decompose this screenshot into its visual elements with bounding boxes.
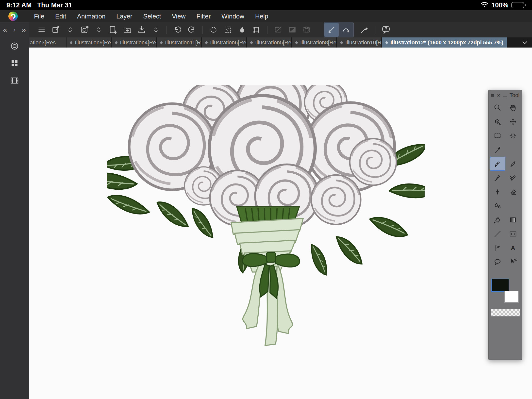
tab-dot-icon — [205, 41, 208, 44]
clip-studio-paint-app: 9:12 AM Thu Mar 31 100% File Edit Animat… — [0, 0, 532, 399]
date: Thu Mar 31 — [37, 1, 72, 9]
palette-menu-icon[interactable]: ≡ — [491, 93, 494, 98]
tool-eyedropper[interactable] — [490, 143, 505, 157]
tool-line-correction[interactable] — [505, 255, 521, 269]
menu-edit[interactable]: Edit — [50, 13, 72, 20]
menu-help[interactable]: Help — [250, 13, 274, 20]
document-tab[interactable]: Illustration6[Res — [202, 37, 246, 48]
snapshot-icon[interactable] — [221, 23, 235, 37]
menu-file[interactable]: File — [29, 13, 50, 20]
palette-close-icon[interactable]: × — [497, 93, 500, 98]
tool-palette: ≡ × Tool — [488, 90, 522, 360]
menu-window[interactable]: Window — [216, 13, 249, 20]
document-tab[interactable]: ation3[Res — [29, 37, 66, 48]
battery-icon — [511, 2, 526, 8]
document-tab[interactable]: Illustration4[Res — [112, 37, 156, 48]
tab-dot-icon — [115, 41, 117, 44]
menu-layer[interactable]: Layer — [111, 13, 138, 20]
timeline-icon[interactable] — [0, 72, 29, 89]
chevron-up-down-icon[interactable] — [92, 23, 106, 37]
main-menu-icon[interactable] — [34, 23, 49, 37]
tab-list-chevron-icon[interactable] — [518, 37, 532, 48]
tool-hand[interactable] — [505, 100, 521, 115]
tab-dot-icon — [295, 41, 298, 44]
grid-palette-icon[interactable] — [0, 55, 29, 72]
select-none-icon — [271, 23, 285, 37]
snap-ruler-icon[interactable] — [324, 23, 339, 37]
select-border-icon — [299, 23, 314, 37]
tab-dot-icon — [160, 41, 163, 44]
tool-text[interactable]: A — [505, 241, 521, 255]
menu-animation[interactable]: Animation — [72, 13, 111, 20]
open-in-editor-icon[interactable] — [49, 23, 63, 37]
tool-empty — [505, 199, 521, 213]
tool-airbrush[interactable] — [505, 171, 521, 185]
tool-fill[interactable] — [490, 213, 505, 227]
tab-dot-icon — [250, 41, 253, 44]
transform-icon[interactable] — [249, 23, 264, 37]
transparent-color-swatch[interactable] — [491, 309, 520, 316]
tool-gradient[interactable] — [505, 213, 521, 227]
document-tab-active[interactable]: Illustration12* (1600 x 1200px 72dpi 555… — [382, 37, 507, 48]
tool-auto-select[interactable] — [505, 129, 521, 143]
droplet-icon[interactable] — [235, 23, 249, 37]
tool-brush[interactable] — [490, 171, 505, 185]
document-tab-bar: ation3[Res Illustration9[Res Illustratio… — [29, 37, 532, 48]
chevron-up-down-icon[interactable] — [63, 23, 77, 37]
menu-select[interactable]: Select — [138, 13, 166, 20]
redo-icon[interactable] — [185, 23, 199, 37]
document-tab[interactable]: Illustration10[Re — [337, 37, 381, 48]
palette-minimize-icon[interactable] — [503, 97, 507, 97]
tab-dot-icon — [340, 41, 343, 44]
sub-color-swatch[interactable] — [504, 291, 519, 303]
tool-blend[interactable] — [490, 199, 505, 213]
tool-eraser[interactable] — [505, 185, 521, 199]
battery-percent: 100% — [491, 1, 508, 9]
document-canvas[interactable] — [29, 48, 532, 399]
document-tab[interactable]: Illustration9[Res — [66, 37, 111, 48]
tool-palette-titlebar[interactable]: ≡ × Tool — [489, 90, 522, 100]
collapse-left-icon[interactable]: « — [3, 26, 7, 34]
processing-icon[interactable] — [206, 23, 221, 37]
expand-icon[interactable]: › — [13, 26, 16, 34]
brush-adjust-icon[interactable] — [357, 23, 371, 37]
document-tab[interactable]: Illustration8[Res — [292, 37, 336, 48]
wifi-icon — [481, 1, 488, 9]
tool-figure[interactable] — [490, 227, 505, 241]
menu-view[interactable]: View — [166, 13, 191, 20]
edge-sidebar: « › » — [0, 22, 29, 399]
tool-operation[interactable] — [490, 115, 505, 129]
tool-ruler[interactable] — [490, 241, 505, 255]
undo-icon[interactable] — [170, 23, 185, 37]
menu-bar: File Edit Animation Layer Select View Fi… — [0, 10, 532, 22]
tool-move[interactable] — [505, 115, 521, 129]
tab-dot-icon — [385, 41, 388, 44]
svg-text:A: A — [511, 245, 515, 251]
new-canvas-icon[interactable] — [106, 23, 120, 37]
ruler-snap-group — [324, 22, 354, 38]
clip-studio-app-icon[interactable] — [77, 23, 92, 37]
document-tab[interactable]: Illustration5[Res — [247, 37, 291, 48]
tool-frame[interactable] — [505, 227, 521, 241]
status-bar: 9:12 AM Thu Mar 31 100% — [0, 0, 532, 10]
menu-filter[interactable]: Filter — [191, 13, 216, 20]
help-icon[interactable] — [379, 23, 393, 37]
expand-all-icon[interactable]: » — [22, 26, 26, 34]
select-invert-icon — [285, 23, 299, 37]
chevron-up-down-icon[interactable] — [149, 23, 163, 37]
tool-balloon[interactable] — [490, 255, 505, 269]
snap-special-ruler-icon[interactable] — [339, 23, 353, 37]
palette-title: Tool — [510, 92, 519, 99]
save-icon[interactable] — [134, 23, 149, 37]
tool-empty — [505, 143, 521, 157]
main-color-swatch[interactable] — [491, 279, 509, 292]
tool-pen[interactable] — [490, 157, 505, 171]
tool-selection[interactable] — [490, 129, 505, 143]
tool-mapping-pen[interactable] — [505, 157, 521, 171]
tool-decoration[interactable] — [490, 185, 505, 199]
tool-zoom[interactable] — [490, 100, 505, 115]
document-tab[interactable]: Illustration11[Re — [157, 37, 201, 48]
clip-studio-logo-icon[interactable] — [8, 12, 18, 21]
open-file-icon[interactable] — [120, 23, 134, 37]
quick-access-icon[interactable] — [0, 37, 29, 55]
